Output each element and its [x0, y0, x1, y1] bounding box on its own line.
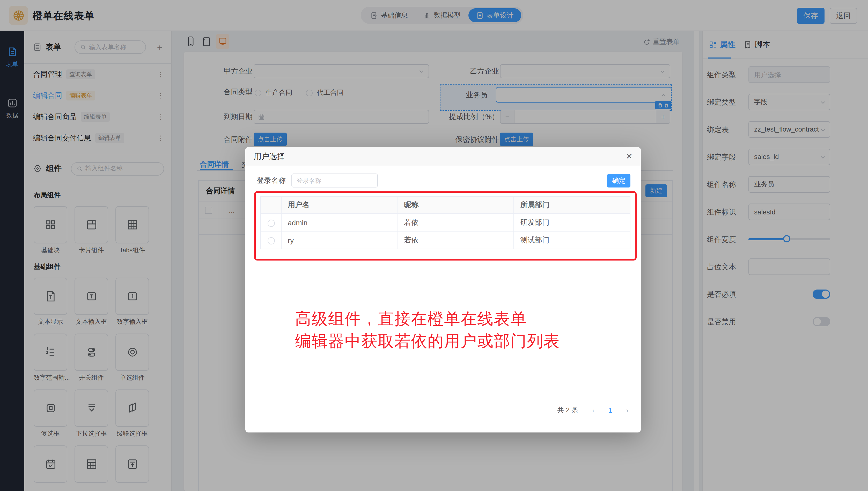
table-cell: 若依: [398, 231, 514, 249]
annotation-text: 高级组件，直接在橙单在线表单 编辑器中获取若依的用户或部门列表: [295, 308, 560, 352]
table-cell: 若依: [398, 214, 514, 231]
user-table-row-0: admin若依研发部门: [260, 214, 630, 231]
pagination: 共 2 条 ‹ 1 ›: [557, 406, 628, 415]
login-name-label: 登录名称: [257, 176, 286, 185]
confirm-button[interactable]: 确定: [607, 174, 630, 187]
close-icon[interactable]: ✕: [626, 152, 632, 161]
table-cell: ry: [281, 231, 398, 249]
dialog-title: 用户选择: [254, 151, 285, 161]
table-header: 昵称: [398, 197, 514, 214]
table-cell: 研发部门: [514, 214, 630, 231]
user-table-row-1: ry若依测试部门: [260, 231, 630, 249]
login-name-input[interactable]: [291, 174, 378, 187]
user-table: 用户名昵称所属部门 admin若依研发部门ry若依测试部门: [260, 196, 630, 249]
table-header: 用户名: [281, 197, 398, 214]
table-cell: 测试部门: [514, 231, 630, 249]
annotation-red-border: 用户名昵称所属部门 admin若依研发部门ry若依测试部门: [254, 191, 637, 261]
row-radio[interactable]: [267, 237, 275, 244]
total-count: 共 2 条: [557, 406, 578, 415]
row-radio[interactable]: [267, 219, 275, 227]
user-picker-dialog: 用户选择 ✕ 登录名称 确定 用户名昵称所属部门 admin若依研发部门ry若依…: [245, 147, 641, 432]
table-cell: admin: [281, 214, 398, 231]
next-page-icon[interactable]: ›: [626, 406, 628, 414]
prev-page-icon[interactable]: ‹: [592, 406, 594, 414]
table-header: 所属部门: [514, 197, 630, 214]
current-page[interactable]: 1: [609, 406, 612, 414]
